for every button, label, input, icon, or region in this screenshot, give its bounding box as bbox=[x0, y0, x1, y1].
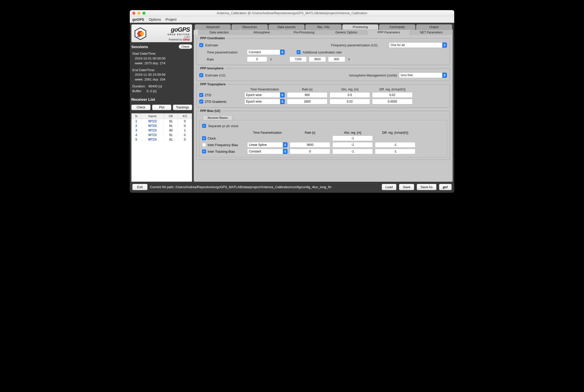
panel-ppp-parameters: PPP Coordinates Estimate Frequency param… bbox=[194, 35, 453, 182]
fieldset-troposphere: PPP Troposphere Time Parametrization Rat… bbox=[196, 83, 450, 108]
select-tp[interactable]: Linear Spline bbox=[247, 142, 288, 148]
select-tp[interactable]: Epoch wise bbox=[244, 92, 285, 98]
save-button[interactable]: Save bbox=[399, 184, 414, 190]
sessions-body: Start Date/Time: 2019-10-01 00:00:00 wee… bbox=[131, 51, 192, 94]
chk-separate-clock[interactable] bbox=[202, 124, 206, 128]
lbl-freq-param: Frequency parametrization (U2) bbox=[331, 43, 387, 47]
bias-tabs: Receiver Biases bbox=[199, 115, 447, 120]
input-rate-3[interactable]: 900 bbox=[328, 56, 345, 62]
logo-icon: GPS bbox=[134, 27, 147, 41]
table-row[interactable]: 2WTZS610 bbox=[132, 124, 192, 128]
select-tp[interactable]: Epoch wise bbox=[244, 99, 285, 104]
unit-rate: s bbox=[269, 57, 273, 61]
input-diff[interactable]: -1 bbox=[375, 149, 415, 154]
tab-rec-info[interactable]: Rec. Info bbox=[305, 24, 341, 30]
chk-estimate-coord[interactable] bbox=[199, 43, 203, 47]
tab-resources[interactable]: Resources bbox=[231, 24, 268, 30]
tab-commands[interactable]: Commands bbox=[379, 24, 415, 30]
chk-ztd gradients[interactable] bbox=[199, 100, 203, 104]
input-abs[interactable]: -1 bbox=[332, 142, 373, 148]
chevron-updown-icon bbox=[283, 149, 287, 154]
receiver-list-buttons: Check Plot Trackings bbox=[131, 105, 192, 110]
input-diff[interactable]: 0.0005 bbox=[372, 99, 413, 104]
sessions-header: Sessions Check bbox=[131, 44, 192, 49]
tab-output[interactable]: Output bbox=[416, 24, 452, 30]
subtab-generic-options[interactable]: Generic Options bbox=[325, 30, 367, 35]
subtab-ppp-parameters[interactable]: PPP Parameters bbox=[368, 30, 410, 35]
table-row[interactable]: 3WTZ2601 bbox=[132, 128, 192, 133]
table-row[interactable]: 1WTZZ610 bbox=[132, 119, 192, 124]
input-abs[interactable]: -1 bbox=[332, 149, 373, 154]
brand-name: goGPS bbox=[149, 26, 190, 33]
legend-coordinates: PPP Coordinates bbox=[199, 36, 226, 40]
chevron-updown-icon bbox=[280, 99, 285, 104]
input-abs[interactable]: 0.02 bbox=[330, 99, 370, 104]
end-date-label: End Date/Time: bbox=[132, 68, 191, 73]
top-tabs: AdvancedResourcesData sourcesRec. InfoPr… bbox=[194, 24, 453, 30]
legend-bias: PPP Bias (U2) bbox=[199, 109, 221, 113]
close-icon[interactable] bbox=[132, 12, 135, 15]
lbl-addl-rate: Additional coordinates rate bbox=[303, 50, 342, 54]
menu-project[interactable]: Project bbox=[166, 17, 177, 22]
main-area: AdvancedResourcesData sourcesRec. InfoPr… bbox=[194, 24, 453, 182]
save-as-button[interactable]: Save As bbox=[417, 184, 436, 190]
subtab-pre-processing[interactable]: Pre-Processing bbox=[283, 30, 325, 35]
sessions-check-button[interactable]: Check bbox=[179, 44, 192, 49]
menu-gogps[interactable]: goGPS bbox=[132, 17, 144, 22]
input-rate[interactable]: 0 bbox=[290, 149, 330, 154]
select-tp[interactable]: Constant bbox=[247, 149, 288, 154]
subtab-data-selection[interactable]: Data selection bbox=[198, 30, 240, 35]
start-date-value: 2019-10-01 00:00:00 bbox=[132, 56, 191, 61]
go-button[interactable]: go! bbox=[439, 184, 452, 190]
tab-data-sources[interactable]: Data sources bbox=[268, 24, 305, 30]
tab-receiver-biases[interactable]: Receiver Biases bbox=[203, 115, 232, 120]
input-abs[interactable]: -1 bbox=[332, 135, 373, 141]
input-rate-2[interactable]: 3600 bbox=[309, 56, 326, 62]
input-rate-1[interactable]: 7200 bbox=[289, 56, 307, 62]
receiver-table: N Name OK KO 1WTZZ6102WTZS6103WTZ26014WT… bbox=[131, 113, 192, 182]
select-iono-mgmt[interactable]: Iono free bbox=[399, 72, 447, 78]
receiver-check-button[interactable]: Check bbox=[131, 105, 151, 110]
subtab-atmosphere[interactable]: Atmosphere bbox=[241, 30, 282, 35]
bh-abs: Abs. reg. [m] bbox=[332, 131, 373, 134]
table-row[interactable]: 4WTZ3610 bbox=[132, 133, 192, 137]
select-freq-param[interactable]: One for all bbox=[389, 42, 447, 48]
fieldset-coordinates: PPP Coordinates Estimate Frequency param… bbox=[196, 36, 450, 65]
bias-row: Inter Tracking Bias Constant 0 -1 -1 bbox=[202, 149, 444, 154]
subtab-net-parameters[interactable]: NET Parameters bbox=[410, 30, 452, 35]
receiver-trackings-button[interactable]: Trackings bbox=[173, 105, 192, 110]
maximize-icon[interactable] bbox=[142, 12, 145, 15]
col-ko: KO bbox=[178, 113, 192, 119]
legend-ionosphere: PPP Ionosphere bbox=[199, 67, 225, 70]
lbl-rate: Rate bbox=[207, 57, 245, 61]
input-rate[interactable]: 900 bbox=[287, 92, 327, 98]
sub-tabs: Data selectionAtmospherePre-ProcessingGe… bbox=[194, 30, 453, 35]
menu-options[interactable]: Options bbox=[149, 17, 161, 22]
tropo-row: ZTD Gradients Epoch wise 1800 0.02 0.000… bbox=[199, 99, 447, 104]
chk-inter tracking bias[interactable] bbox=[202, 149, 206, 153]
tab-processing[interactable]: Processing bbox=[342, 24, 378, 30]
load-button[interactable]: Load bbox=[382, 184, 397, 190]
table-row[interactable]: 5WTZA610 bbox=[132, 137, 192, 142]
chevron-updown-icon bbox=[442, 43, 447, 48]
chk-inter frequency bias[interactable] bbox=[202, 143, 206, 147]
input-diff[interactable]: 0.02 bbox=[372, 92, 413, 98]
input-abs[interactable]: 0.5 bbox=[330, 92, 370, 98]
end-week-value: week: 2081 doy: 334 bbox=[132, 77, 191, 82]
input-rate[interactable]: 0 bbox=[247, 56, 267, 62]
legend-troposphere: PPP Troposphere bbox=[199, 83, 227, 86]
chk-clock[interactable] bbox=[202, 136, 206, 140]
tab-advanced[interactable]: Advanced bbox=[195, 24, 231, 30]
exit-button[interactable]: Exit bbox=[132, 184, 148, 190]
logo-card: GPS goGPS GReD EDITION 1.0b7 Powered by … bbox=[131, 24, 192, 42]
select-time-param[interactable]: Constant bbox=[247, 49, 285, 55]
input-rate[interactable]: 3600 bbox=[290, 142, 330, 148]
receiver-plot-button[interactable]: Plot bbox=[152, 105, 171, 110]
minimize-icon[interactable] bbox=[137, 12, 140, 15]
brand-edition: GReD EDITION bbox=[149, 33, 190, 36]
input-rate[interactable]: 1800 bbox=[287, 99, 327, 104]
input-diff[interactable]: -1 bbox=[375, 142, 415, 148]
chk-estimate-iono[interactable] bbox=[199, 73, 203, 77]
chk-ztd[interactable] bbox=[199, 93, 203, 97]
chk-addl-rate[interactable] bbox=[297, 50, 301, 54]
